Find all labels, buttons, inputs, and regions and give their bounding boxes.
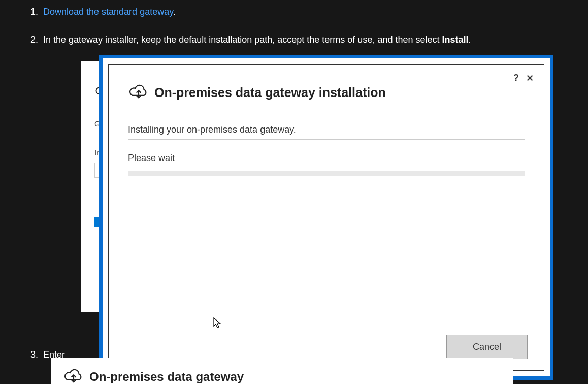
dialog-title-row: On-premises data gateway installation [128,75,525,104]
step-2-install-word: Install [442,35,469,45]
installer-dialog-highlight: ? ✕ On-premises data gateway [100,56,552,379]
screenshot-step-3: On-premises data gateway [51,358,513,384]
step-2-before: In the gateway installer, keep the defau… [43,35,442,45]
document-content: 1. Download the standard gateway. 2. In … [0,0,588,381]
step-2-after: . [469,35,471,45]
cloud-icon-bottom [63,365,84,384]
step-2-text: In the gateway installer, keep the defau… [43,33,471,47]
step-2-number: 2. [30,33,43,47]
dialog-title: On-premises data gateway installation [154,85,386,100]
please-wait-text: Please wait [128,153,525,164]
bottom-dialog-title: On-premises data gateway [89,370,244,384]
cancel-button[interactable]: Cancel [446,335,528,359]
install-status-text: Installing your on-premises data gateway… [128,124,525,140]
step-1-period: . [173,7,176,17]
step-1-text: Download the standard gateway. [43,5,176,19]
step-1: 1. Download the standard gateway. [30,5,558,19]
install-progress-bar [128,171,525,176]
close-icon[interactable]: ✕ [526,73,534,84]
cloud-upload-icon [128,81,149,104]
dialog-top-icons: ? ✕ [513,73,534,84]
step-2: 2. In the gateway installer, keep the de… [30,33,558,47]
download-gateway-link[interactable]: Download the standard gateway [43,7,173,17]
help-icon[interactable]: ? [513,73,519,84]
step-1-number: 1. [30,5,43,19]
installer-dialog: ? ✕ On-premises data gateway [108,64,544,371]
step-3-number: 3. [30,348,43,362]
screenshot-step-2: Ge Ins ? ✕ [81,56,552,333]
